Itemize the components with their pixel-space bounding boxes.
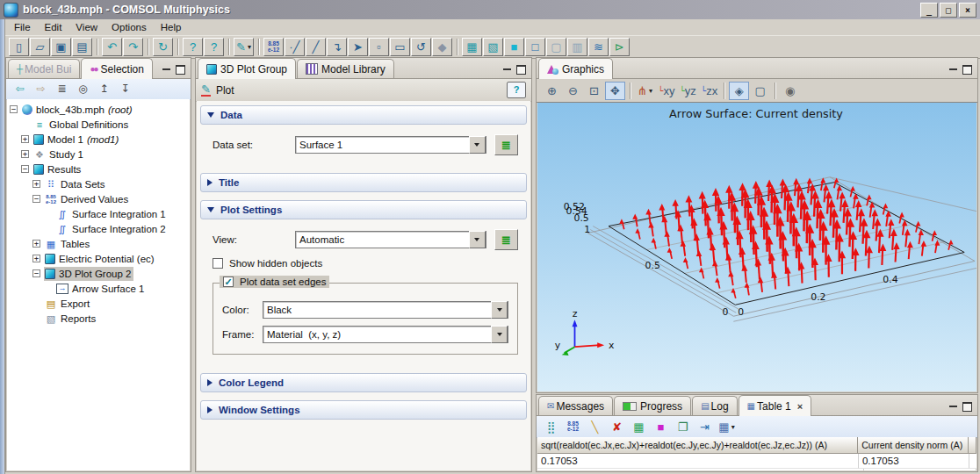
print-button[interactable]: ▤ (72, 38, 92, 56)
constants-button[interactable]: 8.85e-12 (263, 38, 284, 56)
tree-item-results[interactable]: −Results (7, 162, 190, 176)
graphics-canvas[interactable]: Arrow Surface: Current density0.520.540.… (537, 103, 976, 391)
transparency-render-button[interactable]: ▢ (546, 38, 566, 56)
tree-item-surface-integration-2[interactable]: ∬Surface Integration 2 (7, 221, 190, 236)
select-vertex-button[interactable]: ∙╱ (285, 38, 305, 56)
redo-button[interactable]: ↷ (123, 38, 143, 56)
expander-closed-icon[interactable]: + (21, 150, 29, 158)
minimize-panel-button[interactable] (949, 66, 957, 70)
close-window-button[interactable]: × (959, 3, 976, 18)
tree-item-derived-values[interactable]: −8.85e-12Derived Values (7, 191, 190, 206)
minimize-panel-button[interactable] (503, 66, 511, 70)
undo-button[interactable]: ↶ (102, 38, 122, 56)
snapshot-button[interactable]: ◉ (780, 82, 800, 100)
expander-open-icon[interactable]: − (32, 195, 40, 203)
table-color-button[interactable]: ■ (651, 418, 671, 436)
refresh-view-button[interactable]: ≣ (494, 229, 518, 250)
plot-brush-button[interactable]: ✎▾ (234, 38, 254, 56)
chevron-down-icon[interactable] (469, 136, 486, 154)
solid-render-button[interactable]: ■ (504, 38, 524, 56)
collapse-all-button[interactable]: ≣ (52, 80, 72, 98)
tree-item-reports[interactable]: ▧Reports (7, 311, 190, 326)
wireframe-render-button[interactable]: □ (525, 38, 545, 56)
expander-closed-icon[interactable]: + (21, 135, 29, 143)
copy-table-button[interactable]: ❐ (673, 418, 693, 436)
display-precision-button[interactable]: 8.85e-12 (563, 418, 583, 436)
maximize-panel-button[interactable] (176, 65, 185, 75)
menu-options[interactable]: Options (104, 21, 154, 33)
tree-item-export[interactable]: ▤Export (7, 296, 190, 311)
chevron-down-icon[interactable] (469, 231, 486, 248)
back-button[interactable]: ⇦ (10, 80, 30, 98)
maximize-window-button[interactable]: □ (940, 3, 957, 18)
delete-table-button[interactable]: ✘ (607, 418, 627, 436)
edge-color-select[interactable]: Black (263, 301, 508, 319)
menu-file[interactable]: File (7, 21, 38, 33)
perspective-view-button[interactable]: ◈ (729, 82, 749, 100)
select-arrow-button[interactable]: ➤ (348, 38, 368, 56)
show-hide-button[interactable]: ◎ (73, 80, 93, 98)
tree-item-electric-potential[interactable]: +Electric Potential (ec) (7, 251, 190, 266)
tab-model-library[interactable]: Model Library (297, 59, 394, 78)
build-all-button[interactable]: ▦ (462, 38, 482, 56)
tree-item-study-1[interactable]: +❖Study 1 (7, 147, 190, 162)
compute-button[interactable]: ⊳ (609, 38, 630, 56)
section-window-settings-header[interactable]: Window Settings (200, 400, 527, 420)
box-select-button[interactable]: ▫ (369, 38, 389, 56)
tree-item-global-definitions[interactable]: ≡Global Definitions (7, 117, 190, 132)
zoom-extents-button[interactable]: ✥ (605, 82, 625, 100)
table-row[interactable]: 0.170530.17053 (537, 454, 976, 469)
mesh-button[interactable]: ≋ (588, 38, 609, 56)
menu-edit[interactable]: Edit (38, 21, 69, 33)
table-header-0[interactable]: sqrt(realdot(ec.Jx,ec.Jx)+realdot(ec.Jy,… (537, 437, 858, 454)
refresh-dataset-button[interactable]: ≣ (494, 134, 518, 155)
expander-closed-icon[interactable]: + (32, 180, 40, 188)
extrude-button[interactable]: ↴ (327, 38, 347, 56)
expander-open-icon[interactable]: − (32, 269, 40, 277)
tab-selection[interactable]: ●●Selection (81, 58, 152, 79)
view-xy-button[interactable]: └xy (656, 82, 676, 100)
table-header-1[interactable]: Current density norm (A) (858, 437, 969, 454)
view-zx-button[interactable]: └zx (699, 82, 719, 100)
menu-help[interactable]: Help (154, 21, 189, 33)
rotate-selection-button[interactable]: ↺ (411, 38, 431, 56)
zoom-out-button[interactable]: ⊖ (563, 82, 583, 100)
export-table-button[interactable]: ⇥ (695, 418, 715, 436)
zoom-in-button[interactable]: ⊕ (542, 82, 562, 100)
arrow-surface-plot[interactable]: Arrow Surface: Current density0.520.540.… (537, 103, 976, 391)
tree-item-data-sets[interactable]: +⠿Data Sets (7, 176, 190, 191)
save-button[interactable]: ▣ (51, 38, 71, 56)
help-button[interactable]: ? (183, 38, 203, 56)
tab-model-builder[interactable]: ┼Model Bui (8, 59, 80, 78)
build-selected-button[interactable]: ▧ (483, 38, 503, 56)
move-down-button[interactable]: ↧ (115, 80, 135, 98)
tree-item-root[interactable]: −block_43b.mph(root) (7, 102, 190, 117)
minimize-panel-button[interactable] (949, 403, 957, 407)
minimize-window-button[interactable]: _ (920, 3, 938, 18)
plot-data-set-edges-checkbox[interactable]: ✓ (223, 276, 234, 287)
box-deselect-button[interactable]: ▭ (390, 38, 410, 56)
table-display-button[interactable]: ▦▾ (717, 418, 737, 436)
clear-table-button[interactable]: ╲ (585, 418, 605, 436)
documentation-button[interactable]: ? (204, 38, 224, 56)
rotate-view-button[interactable]: ⋔▾ (635, 82, 655, 100)
expander-open-icon[interactable]: − (10, 105, 18, 113)
maximize-panel-button[interactable] (962, 65, 972, 75)
move-up-button[interactable]: ↥ (94, 80, 114, 98)
close-tab-icon[interactable]: × (797, 401, 803, 412)
frame-select[interactable]: Material (x, y, z) (263, 326, 508, 343)
section-color-legend-header[interactable]: Color Legend (200, 373, 527, 392)
minimize-panel-button[interactable] (162, 66, 170, 70)
section-data-header[interactable]: Data (200, 105, 527, 125)
menu-view[interactable]: View (68, 21, 104, 33)
show-hidden-objects-checkbox[interactable] (213, 258, 223, 269)
tree-item-3d-plot-group-2[interactable]: −3D Plot Group 2 (7, 266, 190, 281)
tree-item-model-1[interactable]: +Model 1(mod1) (7, 132, 190, 147)
zoom-box-button[interactable]: ⊡ (584, 82, 604, 100)
maximize-panel-button[interactable] (516, 65, 526, 75)
open-button[interactable]: ▱ (30, 38, 50, 56)
forward-button[interactable]: ⇨ (31, 80, 51, 98)
tab-log[interactable]: ▤Log (692, 396, 737, 415)
expander-closed-icon[interactable]: + (32, 240, 40, 248)
view-select[interactable]: Automatic (295, 231, 486, 248)
